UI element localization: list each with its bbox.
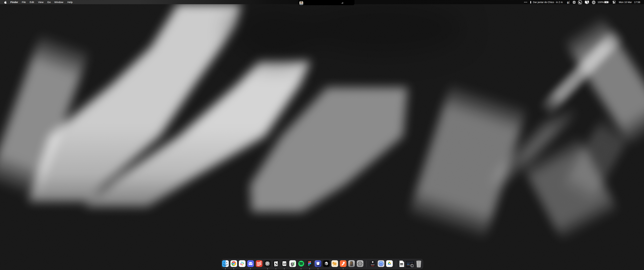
svg-text:11: 11	[412, 265, 413, 267]
svg-text:N: N	[275, 262, 278, 267]
svg-text:10: 10	[283, 262, 286, 265]
svg-text:g: g	[291, 261, 294, 266]
svg-text:g: g	[567, 1, 569, 4]
svg-text:raycast: raycast	[371, 264, 374, 265]
